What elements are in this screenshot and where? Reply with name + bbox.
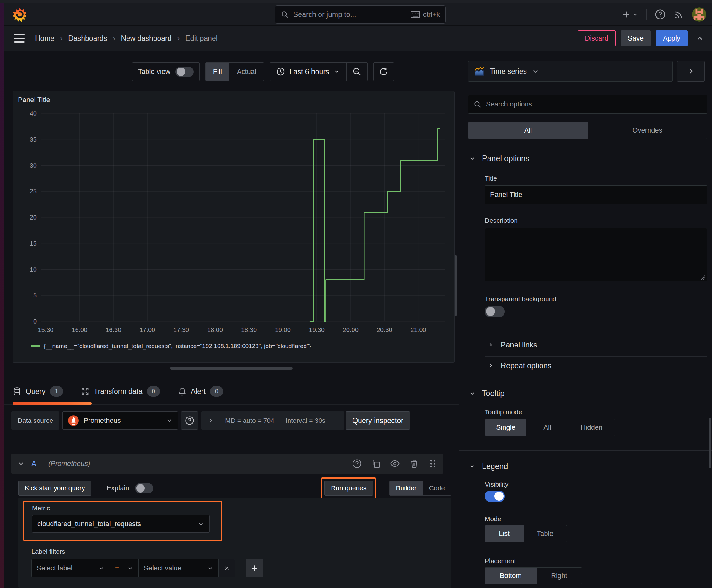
table-view-toggle[interactable] bbox=[175, 67, 194, 77]
viz-type-select[interactable]: Time series bbox=[468, 61, 673, 82]
apply-button[interactable]: Apply bbox=[656, 30, 688, 46]
svg-text:30: 30 bbox=[30, 162, 37, 169]
breadcrumb-home[interactable]: Home bbox=[35, 34, 54, 43]
legend-title: Legend bbox=[482, 462, 508, 471]
datasource-label: Data source bbox=[11, 412, 59, 430]
legend-mode-table[interactable]: Table bbox=[524, 525, 567, 542]
add-menu-button[interactable] bbox=[622, 10, 638, 19]
zoom-out-icon bbox=[352, 67, 362, 76]
collapse-sidebar-button[interactable] bbox=[677, 61, 705, 82]
transform-count-badge: 0 bbox=[147, 386, 160, 397]
legend-mode-list[interactable]: List bbox=[485, 525, 524, 542]
builder-code-switch: Builder Code bbox=[389, 481, 451, 496]
tooltip-hidden[interactable]: Hidden bbox=[568, 419, 615, 436]
title-field[interactable] bbox=[490, 191, 702, 199]
left-scrollbar-thumb[interactable] bbox=[455, 255, 457, 316]
breadcrumb-dashboards[interactable]: Dashboards bbox=[68, 34, 107, 43]
tab-query[interactable]: Query 1 bbox=[13, 386, 63, 397]
run-queries-button[interactable]: Run queries bbox=[324, 481, 373, 496]
code-option[interactable]: Code bbox=[423, 481, 451, 495]
title-field-wrap bbox=[485, 185, 707, 204]
tab-alert[interactable]: Alert 0 bbox=[178, 386, 223, 397]
operator-dropdown[interactable]: = bbox=[110, 559, 139, 577]
query-count-badge: 1 bbox=[50, 386, 63, 397]
tooltip-header[interactable]: Tooltip bbox=[469, 389, 504, 398]
datasource-help-button[interactable] bbox=[181, 412, 198, 430]
alert-count-badge: 0 bbox=[210, 386, 223, 397]
user-avatar[interactable] bbox=[692, 7, 706, 22]
options-search-input[interactable] bbox=[486, 100, 702, 108]
tab-overrides[interactable]: Overrides bbox=[588, 122, 707, 139]
news-icon[interactable] bbox=[674, 9, 684, 19]
query-ref-datasource: (Prometheus) bbox=[48, 460, 90, 468]
search-input[interactable] bbox=[293, 10, 406, 19]
transparent-bg-toggle[interactable] bbox=[485, 306, 505, 317]
legend-visibility-toggle[interactable] bbox=[485, 491, 505, 502]
table-view-control: Table view bbox=[132, 62, 200, 81]
add-filter-button[interactable] bbox=[246, 559, 263, 577]
grafana-logo[interactable] bbox=[13, 7, 27, 22]
hide-query-icon[interactable] bbox=[390, 459, 400, 469]
metric-label: Metric bbox=[32, 504, 221, 512]
svg-text:10: 10 bbox=[30, 266, 37, 273]
tooltip-single[interactable]: Single bbox=[485, 419, 526, 436]
panel-title[interactable]: Panel Title bbox=[18, 96, 50, 104]
actual-option[interactable]: Actual bbox=[230, 63, 264, 81]
query-ref-id[interactable]: A bbox=[31, 459, 37, 468]
tab-transform[interactable]: Transform data 0 bbox=[81, 386, 160, 397]
table-view-label: Table view bbox=[138, 67, 170, 76]
legend-mode-switch: List Table bbox=[485, 525, 567, 542]
explain-toggle[interactable] bbox=[135, 483, 153, 493]
select-value-dropdown[interactable]: Select value bbox=[139, 559, 219, 577]
chevron-down-icon bbox=[469, 463, 476, 470]
svg-text:5: 5 bbox=[33, 292, 37, 299]
chart-legend[interactable]: {__name__="cloudflared_tunnel_total_requ… bbox=[31, 343, 311, 350]
collapse-header-icon[interactable] bbox=[696, 34, 704, 42]
query-help-icon[interactable] bbox=[352, 459, 362, 468]
discard-button[interactable]: Discard bbox=[578, 30, 616, 46]
menu-icon[interactable] bbox=[14, 34, 25, 43]
chevron-down-icon bbox=[166, 417, 173, 424]
query-inspector-button[interactable]: Query inspector bbox=[346, 412, 410, 430]
builder-option[interactable]: Builder bbox=[390, 481, 423, 495]
metric-select[interactable]: cloudflared_tunnel_total_requests bbox=[32, 515, 210, 533]
query-row-header[interactable]: A (Prometheus) bbox=[11, 454, 443, 474]
zoom-out-button[interactable] bbox=[347, 67, 367, 76]
placement-right[interactable]: Right bbox=[537, 568, 582, 584]
viz-picker-row: Time series bbox=[468, 61, 705, 82]
delete-query-icon[interactable] bbox=[409, 459, 419, 468]
repeat-options-label: Repeat options bbox=[501, 361, 551, 370]
placement-bottom[interactable]: Bottom bbox=[485, 568, 537, 584]
tooltip-all[interactable]: All bbox=[526, 419, 568, 436]
breadcrumb-new-dashboard[interactable]: New dashboard bbox=[121, 34, 171, 43]
tab-query-label: Query bbox=[26, 387, 45, 396]
legend-series-name[interactable]: {__name__="cloudflared_tunnel_total_requ… bbox=[44, 343, 311, 350]
select-label-dropdown[interactable]: Select label bbox=[31, 559, 110, 577]
legend-header[interactable]: Legend bbox=[469, 462, 508, 471]
datasource-picker[interactable]: Prometheus bbox=[63, 412, 178, 430]
repeat-options-section[interactable]: Repeat options bbox=[488, 361, 551, 370]
tooltip-title: Tooltip bbox=[482, 389, 504, 398]
fill-option[interactable]: Fill bbox=[206, 63, 230, 81]
global-search[interactable]: ctrl+k bbox=[275, 5, 446, 24]
description-field[interactable] bbox=[485, 228, 707, 281]
transform-icon bbox=[81, 387, 89, 396]
panel-options-header[interactable]: Panel options bbox=[469, 154, 530, 163]
query-stats[interactable]: MD = auto = 704 Interval = 30s bbox=[201, 412, 344, 430]
tab-all[interactable]: All bbox=[468, 122, 588, 139]
kickstart-button[interactable]: Kick start your query bbox=[18, 481, 91, 496]
duplicate-query-icon[interactable] bbox=[371, 459, 381, 468]
time-range-picker[interactable]: Last 6 hours bbox=[270, 67, 346, 76]
time-series-chart[interactable]: 051015202530354015:3016:0016:3017:0017:3… bbox=[16, 109, 452, 337]
remove-filter-button[interactable] bbox=[219, 559, 235, 577]
options-search[interactable] bbox=[468, 95, 707, 114]
save-button[interactable]: Save bbox=[621, 30, 651, 46]
help-icon[interactable] bbox=[655, 9, 666, 20]
pane-resize-handle[interactable] bbox=[170, 367, 293, 370]
active-tab-indicator bbox=[13, 402, 92, 404]
refresh-button[interactable] bbox=[373, 62, 394, 81]
prom-query-builder: Metric cloudflared_tunnel_total_requests… bbox=[18, 498, 451, 588]
panel-links-section[interactable]: Panel links bbox=[488, 340, 537, 349]
drag-query-icon[interactable] bbox=[428, 459, 437, 468]
sidebar-scrollbar-thumb[interactable] bbox=[709, 418, 711, 468]
